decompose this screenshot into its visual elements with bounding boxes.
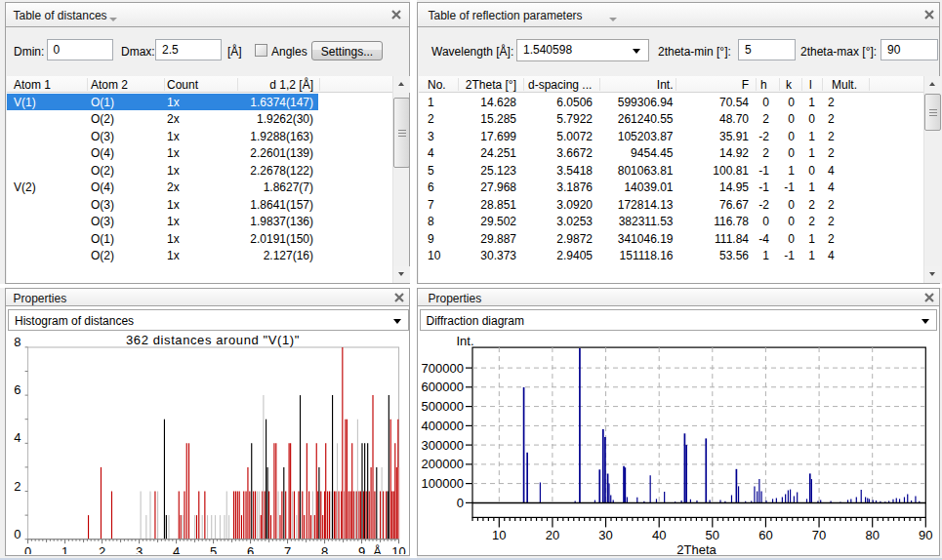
svg-text:2Theta: 2Theta <box>676 542 717 554</box>
svg-text:60: 60 <box>758 527 772 541</box>
svg-text:2: 2 <box>14 478 20 493</box>
svg-text:80: 80 <box>865 527 879 541</box>
svg-text:70: 70 <box>811 527 825 541</box>
svg-text:9: 9 <box>358 544 365 554</box>
svg-text:300000: 300000 <box>421 437 463 452</box>
svg-text:400000: 400000 <box>421 418 463 432</box>
svg-text:3: 3 <box>136 544 143 554</box>
svg-text:0: 0 <box>14 526 20 540</box>
svg-text:10: 10 <box>391 544 405 554</box>
svg-text:100000: 100000 <box>421 476 463 491</box>
svg-text:500000: 500000 <box>421 399 463 414</box>
svg-text:1: 1 <box>61 544 68 554</box>
svg-text:Int.: Int. <box>456 334 473 348</box>
svg-text:700000: 700000 <box>421 360 463 375</box>
svg-text:40: 40 <box>651 527 665 541</box>
svg-text:600000: 600000 <box>421 380 463 394</box>
svg-text:50: 50 <box>705 527 718 541</box>
svg-text:7: 7 <box>284 544 291 554</box>
svg-text:8: 8 <box>321 544 328 554</box>
svg-text:30: 30 <box>598 527 612 541</box>
svg-text:0: 0 <box>24 544 31 554</box>
svg-text:20: 20 <box>545 527 558 541</box>
svg-text:8: 8 <box>14 334 20 348</box>
svg-text:4: 4 <box>14 430 20 445</box>
svg-text:2: 2 <box>99 544 105 554</box>
svg-text:90: 90 <box>919 527 932 541</box>
svg-text:200000: 200000 <box>421 457 463 471</box>
svg-text:0: 0 <box>456 495 463 509</box>
svg-text:10: 10 <box>492 527 506 541</box>
svg-text:5: 5 <box>210 544 217 554</box>
svg-text:6: 6 <box>247 544 254 554</box>
svg-text:6: 6 <box>14 382 20 397</box>
svg-text:4: 4 <box>173 544 180 554</box>
svg-text:Å: Å <box>373 544 382 554</box>
svg-text:362 distances around "V(1)": 362 distances around "V(1)" <box>126 332 300 346</box>
